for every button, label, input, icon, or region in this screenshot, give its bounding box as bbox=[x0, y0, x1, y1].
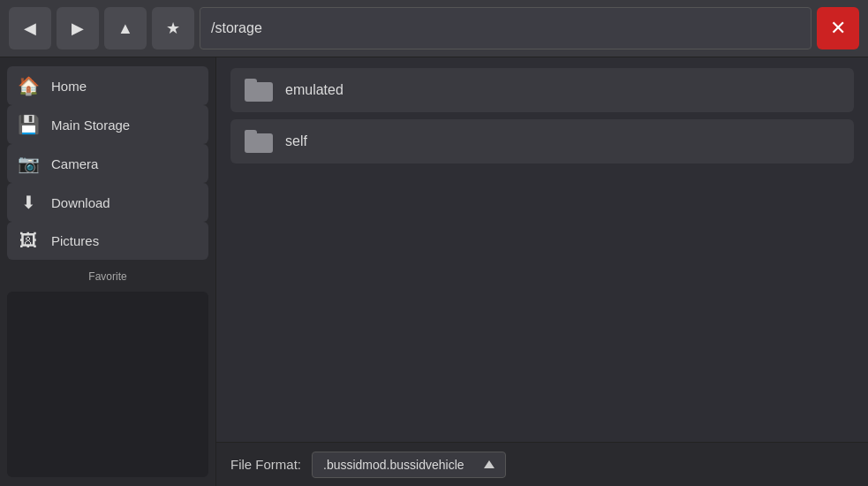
sidebar-label-download: Download bbox=[51, 195, 110, 210]
sidebar-item-home[interactable]: 🏠 Home bbox=[7, 66, 208, 105]
file-area: emulated self File Format: .bussidmod.bu… bbox=[216, 57, 868, 486]
favorite-button[interactable]: ★ bbox=[152, 7, 194, 49]
format-label: File Format: bbox=[230, 457, 301, 472]
file-name-emulated: emulated bbox=[285, 82, 343, 98]
sidebar-items: 🏠 Home 💾 Main Storage 📷 Camera ⬇ Downloa… bbox=[7, 66, 208, 260]
close-button[interactable]: ✕ bbox=[817, 7, 859, 49]
sidebar-item-download[interactable]: ⬇ Download bbox=[7, 183, 208, 222]
bottom-bar: File Format: .bussidmod.bussidvehicle bbox=[216, 442, 868, 486]
main-storage-icon: 💾 bbox=[18, 114, 39, 135]
main-area: 🏠 Home 💾 Main Storage 📷 Camera ⬇ Downloa… bbox=[0, 57, 868, 486]
folder-icon bbox=[245, 79, 273, 102]
sidebar-label-home: Home bbox=[51, 79, 87, 94]
folder-icon bbox=[245, 130, 273, 153]
toolbar: ◀ ▶ ▲ ★ ✕ bbox=[0, 0, 868, 57]
file-item-self[interactable]: self bbox=[230, 119, 854, 163]
file-item-emulated[interactable]: emulated bbox=[230, 68, 854, 112]
favorite-section-label: Favorite bbox=[7, 263, 208, 285]
sidebar-item-pictures[interactable]: 🖼 Pictures bbox=[7, 222, 208, 260]
path-input[interactable] bbox=[200, 7, 811, 49]
up-button[interactable]: ▲ bbox=[104, 7, 147, 49]
sidebar: 🏠 Home 💾 Main Storage 📷 Camera ⬇ Downloa… bbox=[0, 57, 216, 486]
download-icon: ⬇ bbox=[18, 192, 39, 213]
file-list: emulated self bbox=[216, 57, 868, 442]
sidebar-item-camera[interactable]: 📷 Camera bbox=[7, 144, 208, 183]
sidebar-label-camera: Camera bbox=[51, 156, 98, 171]
camera-icon: 📷 bbox=[18, 153, 39, 174]
forward-button[interactable]: ▶ bbox=[57, 7, 99, 49]
file-name-self: self bbox=[285, 133, 307, 149]
pictures-icon: 🖼 bbox=[18, 231, 39, 251]
chevron-up-icon bbox=[484, 460, 494, 468]
format-value: .bussidmod.bussidvehicle bbox=[323, 458, 464, 472]
home-icon: 🏠 bbox=[18, 75, 39, 96]
sidebar-label-pictures: Pictures bbox=[51, 233, 99, 248]
sidebar-item-main-storage[interactable]: 💾 Main Storage bbox=[7, 105, 208, 144]
back-button[interactable]: ◀ bbox=[9, 7, 51, 49]
format-dropdown[interactable]: .bussidmod.bussidvehicle bbox=[312, 452, 506, 478]
sidebar-label-main-storage: Main Storage bbox=[51, 118, 130, 133]
favorites-area bbox=[7, 292, 208, 477]
